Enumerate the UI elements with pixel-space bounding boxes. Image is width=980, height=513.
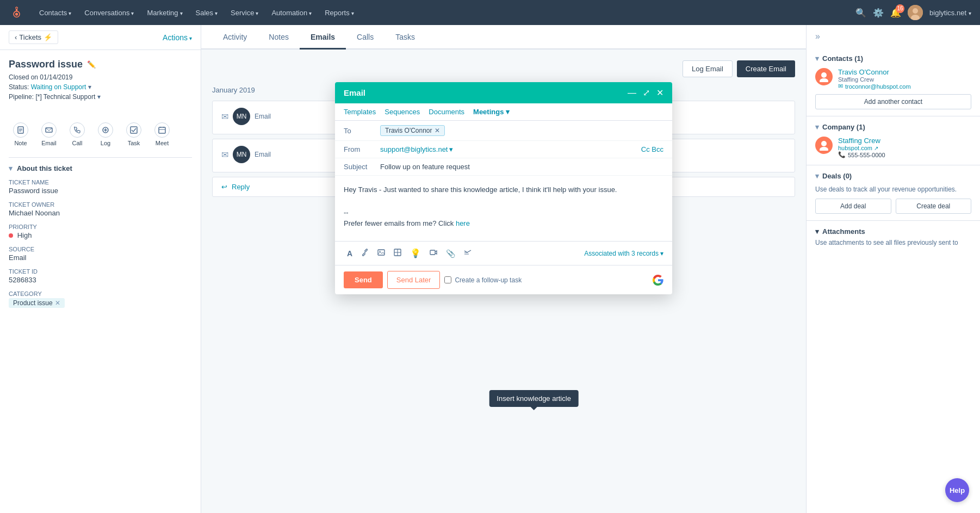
log-email-button[interactable]: Log Email [683,60,733,77]
add-contact-button[interactable]: Add another contact [815,94,971,109]
right-sidebar: » ▾ Contacts (1) Travis O'Connor Staffin… [806,25,980,513]
nav-conversations[interactable]: Conversations [79,5,139,20]
from-dropdown[interactable]: support@biglytics.net ▾ [380,145,453,153]
company-site-link[interactable]: hubspot.com ↗ [838,145,885,151]
back-to-tickets-button[interactable]: ‹ Tickets ⚡ [9,30,58,44]
sidebar-header: ‹ Tickets ⚡ Actions [0,25,201,50]
call-button[interactable]: Call [65,120,89,149]
contacts-section: ▾ Contacts (1) Travis O'Connor Staffing … [807,48,980,116]
about-header[interactable]: ▾ About this ticket [9,164,192,172]
snippet-button[interactable] [461,246,475,260]
sequences-link[interactable]: Sequences [384,108,420,116]
add-deal-button[interactable]: Add deal [815,199,891,214]
modal-title: Email [344,88,365,97]
phone-icon: 📞 [838,151,846,158]
svg-rect-18 [378,250,384,255]
nav-sales[interactable]: Sales [190,5,224,20]
tab-emails[interactable]: Emails [300,25,346,50]
minimize-button[interactable]: — [628,88,636,98]
expand-button[interactable]: ⤢ [643,88,650,98]
search-icon[interactable]: 🔍 [855,8,866,18]
create-email-button[interactable]: Create Email [737,60,795,77]
modal-send-bar: Send Send Later Create a follow-up task [335,265,672,294]
chevron-down-icon: ▾ [9,164,13,172]
send-later-button[interactable]: Send Later [387,271,441,289]
collapse-sidebar-button[interactable]: » [815,32,820,41]
tab-notes[interactable]: Notes [258,25,300,50]
associated-records-link[interactable]: Associated with 3 records ▾ [584,250,663,257]
log-button[interactable]: Log [94,120,117,149]
close-modal-button[interactable]: ✕ [656,88,663,98]
email-compose-modal: Email — ⤢ ✕ Templates Sequences Document… [335,82,672,294]
task-button[interactable]: Task [122,120,146,149]
chevron-down-icon: ▾ [815,172,819,180]
table-button[interactable] [390,246,405,260]
chevron-down-icon: ▾ [815,123,819,131]
hubspot-logo[interactable] [9,5,23,20]
follow-up-checkbox[interactable] [444,276,451,283]
nav-service[interactable]: Service [225,5,264,20]
company-name-link[interactable]: Staffing Crew [838,137,885,145]
meetings-link[interactable]: Meetings ▾ [473,108,510,116]
chevron-down-icon [131,9,134,17]
edit-icon[interactable]: ✏️ [87,60,96,69]
email-button[interactable]: Email [37,120,61,149]
knowledge-button[interactable]: 💡 [407,246,424,261]
sender-avatar-2: MN [233,146,250,163]
insert-knowledge-tooltip: Insert knowledge article [489,390,579,407]
external-link-icon: ↗ [874,145,878,151]
help-button[interactable]: Help [945,478,969,502]
send-button[interactable]: Send [344,271,383,288]
content-area: Log Email Create Email January 2019 ✉ MN… [201,50,806,513]
create-deal-button[interactable]: Create deal [896,199,972,214]
tab-activity[interactable]: Activity [212,25,258,50]
back-arrow-icon: ‹ [15,33,17,41]
notifications[interactable]: 🔔 16 [890,8,901,18]
unsubscribe-link[interactable]: here [456,219,470,227]
company-section-header[interactable]: ▾ Company (1) [815,123,971,131]
deals-section-header[interactable]: ▾ Deals (0) [815,172,971,180]
attachments-header[interactable]: ▾ Attachments [815,227,971,236]
actions-dropdown[interactable]: Actions [163,33,192,42]
nav-right: 🔍 ⚙️ 🔔 16 biglytics.net [855,5,971,20]
bold-button[interactable]: A [344,247,356,260]
svg-point-29 [820,147,828,151]
tab-calls[interactable]: Calls [346,25,384,50]
video-button[interactable] [426,246,441,260]
call-icon [70,122,85,138]
tooltip-container: Insert knowledge article [489,390,579,407]
deals-section: ▾ Deals (0) Use deals to track all your … [807,165,980,221]
meet-button[interactable]: Meet [150,120,174,149]
chevron-down-icon [215,9,218,17]
image-button[interactable] [374,246,388,260]
settings-icon[interactable]: ⚙️ [873,8,884,18]
chevron-down-icon: ▾ [815,227,819,236]
nav-contacts[interactable]: Contacts [34,5,77,20]
documents-link[interactable]: Documents [429,108,464,116]
remove-category-button[interactable]: ✕ [55,299,60,307]
account-name[interactable]: biglytics.net [929,9,971,17]
nav-automation[interactable]: Automation [266,5,317,20]
ticket-title: Password issue ✏️ [9,59,192,70]
follow-up-checkbox-label[interactable]: Create a follow-up task [444,276,522,284]
attachment-button[interactable]: 📎 [443,247,458,260]
note-button[interactable]: Note [9,120,33,149]
svg-point-27 [820,78,828,82]
templates-link[interactable]: Templates [344,108,376,116]
contact-email-link[interactable]: ✉ troconnor@hubspot.com [838,83,911,90]
nav-marketing[interactable]: Marketing [141,5,188,20]
remove-contact-button[interactable]: ✕ [435,127,440,134]
priority-dot [9,233,13,238]
contacts-section-header[interactable]: ▾ Contacts (1) [815,54,971,63]
tab-tasks[interactable]: Tasks [384,25,426,50]
modal-body[interactable]: Hey Travis - Just wanted to share this k… [335,176,672,241]
bcc-button[interactable]: Bcc [652,145,663,153]
contact-name-link[interactable]: Travis O'Connor [838,68,911,76]
chevron-down-icon [309,9,312,17]
envelope-icon: ✉ [838,83,843,90]
cc-button[interactable]: Cc [641,145,650,153]
nav-reports[interactable]: Reports [319,5,359,20]
link-button[interactable] [358,246,372,260]
avatar[interactable] [908,5,923,20]
task-icon [126,122,141,138]
